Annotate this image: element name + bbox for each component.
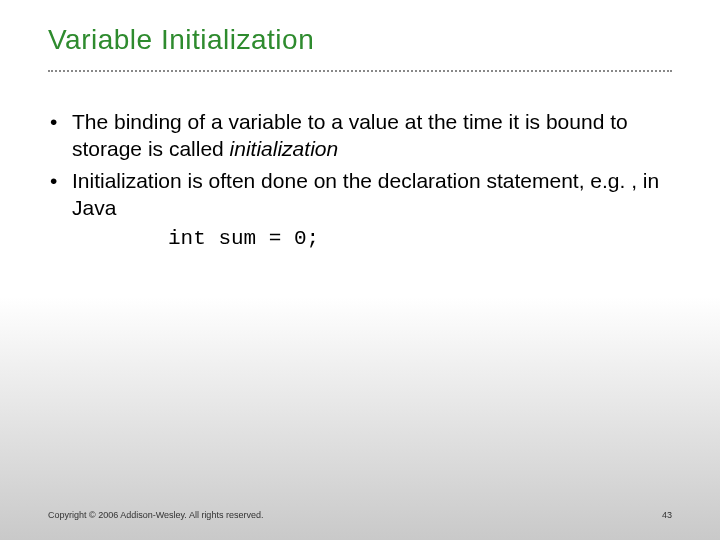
slide-footer: Copyright © 2006 Addison-Wesley. All rig… <box>48 510 672 520</box>
bullet-text-before: Initialization is often done on the decl… <box>72 169 659 219</box>
bullet-mark: • <box>48 167 72 222</box>
slide-title: Variable Initialization <box>48 24 672 56</box>
code-line: int sum = 0; <box>168 225 672 252</box>
title-divider <box>48 70 672 72</box>
page-number: 43 <box>662 510 672 520</box>
bullet-item: • The binding of a variable to a value a… <box>48 108 672 163</box>
bullet-text: Initialization is often done on the decl… <box>72 167 672 222</box>
copyright-text: Copyright © 2006 Addison-Wesley. All rig… <box>48 510 263 520</box>
bullet-item: • Initialization is often done on the de… <box>48 167 672 222</box>
bullet-mark: • <box>48 108 72 163</box>
slide-content: • The binding of a variable to a value a… <box>48 108 672 252</box>
bullet-emphasis: initialization <box>230 137 339 160</box>
bullet-text-before: The binding of a variable to a value at … <box>72 110 628 160</box>
bullet-text: The binding of a variable to a value at … <box>72 108 672 163</box>
